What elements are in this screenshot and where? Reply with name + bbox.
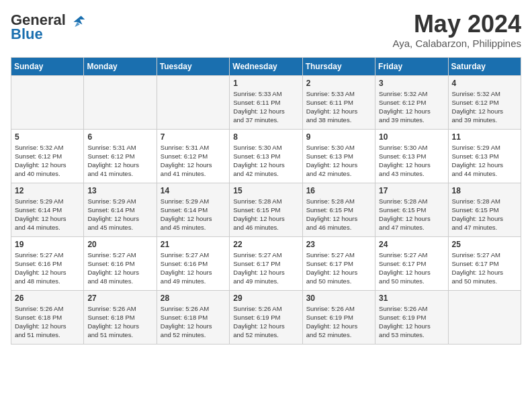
calendar-cell: 23Sunrise: 5:27 AM Sunset: 6:17 PM Dayli… [302,236,375,290]
day-number: 30 [306,293,371,303]
day-number: 9 [306,132,371,142]
title-block: May 2024 Aya, Calabarzon, Philippines [392,11,521,49]
day-info: Sunrise: 5:32 AM Sunset: 6:12 PM Dayligh… [379,89,444,125]
day-info: Sunrise: 5:32 AM Sunset: 6:12 PM Dayligh… [452,89,517,125]
calendar-cell: 5Sunrise: 5:32 AM Sunset: 6:12 PM Daylig… [11,129,84,183]
calendar-cell [448,290,521,344]
day-info: Sunrise: 5:33 AM Sunset: 6:11 PM Dayligh… [233,89,298,125]
day-number: 23 [306,240,371,249]
day-number: 15 [233,186,298,195]
day-number: 20 [87,240,152,249]
day-number: 3 [379,79,444,88]
day-info: Sunrise: 5:27 AM Sunset: 6:17 PM Dayligh… [233,250,298,286]
calendar-cell: 31Sunrise: 5:26 AM Sunset: 6:19 PM Dayli… [375,290,448,344]
svg-marker-0 [73,15,85,24]
logo: General Blue [11,11,87,42]
day-info: Sunrise: 5:27 AM Sunset: 6:16 PM Dayligh… [87,250,152,286]
day-info: Sunrise: 5:28 AM Sunset: 6:15 PM Dayligh… [379,197,444,232]
calendar-cell: 25Sunrise: 5:27 AM Sunset: 6:17 PM Dayli… [448,236,521,290]
day-info: Sunrise: 5:30 AM Sunset: 6:13 PM Dayligh… [306,143,371,179]
day-header-saturday: Saturday [448,57,521,75]
day-info: Sunrise: 5:28 AM Sunset: 6:15 PM Dayligh… [233,197,298,232]
day-info: Sunrise: 5:27 AM Sunset: 6:16 PM Dayligh… [15,250,80,286]
day-number: 18 [452,186,517,195]
calendar-cell: 3Sunrise: 5:32 AM Sunset: 6:12 PM Daylig… [375,75,448,129]
calendar-cell: 19Sunrise: 5:27 AM Sunset: 6:16 PM Dayli… [11,236,84,290]
day-info: Sunrise: 5:30 AM Sunset: 6:13 PM Dayligh… [233,143,298,179]
calendar-table: SundayMondayTuesdayWednesdayThursdayFrid… [11,57,521,345]
calendar-cell: 12Sunrise: 5:29 AM Sunset: 6:14 PM Dayli… [11,183,84,236]
day-header-tuesday: Tuesday [157,57,229,75]
day-number: 12 [15,186,80,195]
calendar-week-row: 5Sunrise: 5:32 AM Sunset: 6:12 PM Daylig… [11,129,521,183]
calendar-cell: 2Sunrise: 5:33 AM Sunset: 6:11 PM Daylig… [302,75,375,129]
day-info: Sunrise: 5:26 AM Sunset: 6:19 PM Dayligh… [379,304,444,340]
calendar-cell: 9Sunrise: 5:30 AM Sunset: 6:13 PM Daylig… [302,129,375,183]
calendar-cell [84,75,157,129]
calendar-cell: 8Sunrise: 5:30 AM Sunset: 6:13 PM Daylig… [230,129,302,183]
day-info: Sunrise: 5:26 AM Sunset: 6:18 PM Dayligh… [161,304,226,340]
day-info: Sunrise: 5:26 AM Sunset: 6:19 PM Dayligh… [233,304,298,340]
calendar-cell: 11Sunrise: 5:29 AM Sunset: 6:13 PM Dayli… [448,129,521,183]
day-number: 5 [15,132,80,142]
calendar-cell: 1Sunrise: 5:33 AM Sunset: 6:11 PM Daylig… [230,75,302,129]
day-info: Sunrise: 5:26 AM Sunset: 6:19 PM Dayligh… [306,304,371,340]
day-number: 25 [452,240,517,249]
calendar-cell [11,75,84,129]
day-number: 22 [233,240,298,249]
calendar-cell: 10Sunrise: 5:30 AM Sunset: 6:13 PM Dayli… [375,129,448,183]
day-number: 24 [379,240,444,249]
calendar-cell: 14Sunrise: 5:29 AM Sunset: 6:14 PM Dayli… [157,183,229,236]
calendar-cell: 30Sunrise: 5:26 AM Sunset: 6:19 PM Dayli… [302,290,375,344]
day-number: 11 [452,132,517,142]
day-header-thursday: Thursday [302,57,375,75]
calendar-cell: 13Sunrise: 5:29 AM Sunset: 6:14 PM Dayli… [84,183,157,236]
calendar-week-row: 26Sunrise: 5:26 AM Sunset: 6:18 PM Dayli… [11,290,521,344]
day-number: 1 [233,79,298,88]
day-info: Sunrise: 5:26 AM Sunset: 6:18 PM Dayligh… [15,304,80,340]
day-number: 17 [379,186,444,195]
calendar-header-row: SundayMondayTuesdayWednesdayThursdayFrid… [11,57,521,75]
page-header: General Blue May 2024 Aya, Calabarzon, P… [11,11,521,49]
calendar-week-row: 1Sunrise: 5:33 AM Sunset: 6:11 PM Daylig… [11,75,521,129]
day-info: Sunrise: 5:33 AM Sunset: 6:11 PM Dayligh… [306,89,371,125]
day-info: Sunrise: 5:29 AM Sunset: 6:14 PM Dayligh… [15,197,80,232]
calendar-cell: 27Sunrise: 5:26 AM Sunset: 6:18 PM Dayli… [84,290,157,344]
day-number: 6 [87,132,152,142]
calendar-cell: 24Sunrise: 5:27 AM Sunset: 6:17 PM Dayli… [375,236,448,290]
day-info: Sunrise: 5:32 AM Sunset: 6:12 PM Dayligh… [15,143,80,179]
day-number: 4 [452,79,517,88]
calendar-cell: 29Sunrise: 5:26 AM Sunset: 6:19 PM Dayli… [230,290,302,344]
day-info: Sunrise: 5:29 AM Sunset: 6:13 PM Dayligh… [452,143,517,179]
day-number: 31 [379,293,444,303]
day-info: Sunrise: 5:27 AM Sunset: 6:16 PM Dayligh… [161,250,226,286]
day-number: 29 [233,293,298,303]
day-number: 16 [306,186,371,195]
month-year-title: May 2024 [392,11,521,38]
day-info: Sunrise: 5:31 AM Sunset: 6:12 PM Dayligh… [87,143,152,179]
day-number: 28 [161,293,226,303]
day-header-wednesday: Wednesday [230,57,302,75]
day-info: Sunrise: 5:31 AM Sunset: 6:12 PM Dayligh… [161,143,226,179]
day-number: 19 [15,240,80,249]
day-info: Sunrise: 5:30 AM Sunset: 6:13 PM Dayligh… [379,143,444,179]
day-header-monday: Monday [84,57,157,75]
calendar-week-row: 19Sunrise: 5:27 AM Sunset: 6:16 PM Dayli… [11,236,521,290]
day-info: Sunrise: 5:27 AM Sunset: 6:17 PM Dayligh… [452,250,517,286]
calendar-cell: 15Sunrise: 5:28 AM Sunset: 6:15 PM Dayli… [230,183,302,236]
day-info: Sunrise: 5:28 AM Sunset: 6:15 PM Dayligh… [452,197,517,232]
day-info: Sunrise: 5:29 AM Sunset: 6:14 PM Dayligh… [161,197,226,232]
day-info: Sunrise: 5:27 AM Sunset: 6:17 PM Dayligh… [306,250,371,286]
calendar-cell: 20Sunrise: 5:27 AM Sunset: 6:16 PM Dayli… [84,236,157,290]
day-info: Sunrise: 5:28 AM Sunset: 6:15 PM Dayligh… [306,197,371,232]
location-subtitle: Aya, Calabarzon, Philippines [392,38,521,49]
calendar-cell: 17Sunrise: 5:28 AM Sunset: 6:15 PM Dayli… [375,183,448,236]
day-number: 8 [233,132,298,142]
day-header-sunday: Sunday [11,57,84,75]
day-info: Sunrise: 5:29 AM Sunset: 6:14 PM Dayligh… [87,197,152,232]
day-number: 13 [87,186,152,195]
day-number: 14 [161,186,226,195]
day-number: 7 [161,132,226,142]
calendar-cell [157,75,229,129]
day-number: 26 [15,293,80,303]
